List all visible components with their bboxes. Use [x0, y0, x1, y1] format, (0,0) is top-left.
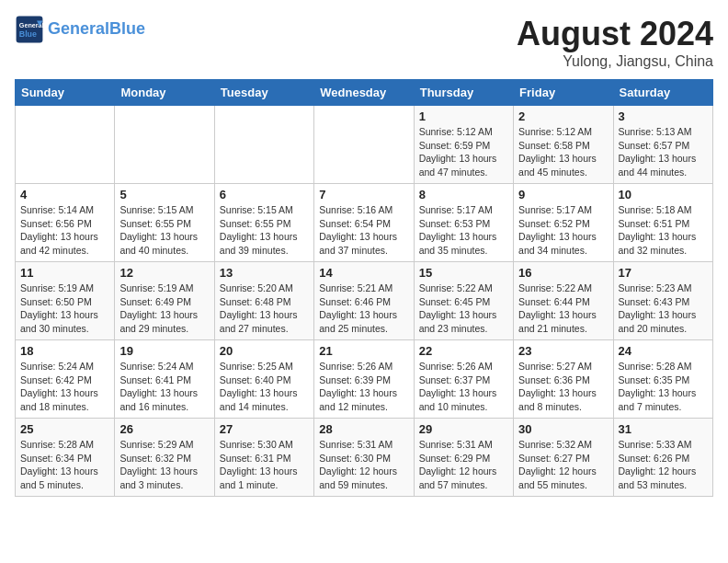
- day-number: 8: [419, 188, 508, 201]
- day-info: Sunrise: 5:33 AMSunset: 6:26 PMDaylight:…: [619, 438, 708, 492]
- calendar-day-10: 10Sunrise: 5:18 AMSunset: 6:51 PMDayligh…: [613, 184, 712, 262]
- day-info: Sunrise: 5:28 AMSunset: 6:34 PMDaylight:…: [20, 438, 109, 492]
- day-info: Sunrise: 5:26 AMSunset: 6:39 PMDaylight:…: [319, 360, 408, 414]
- calendar-day-14: 14Sunrise: 5:21 AMSunset: 6:46 PMDayligh…: [314, 262, 414, 340]
- day-info: Sunrise: 5:15 AMSunset: 6:55 PMDaylight:…: [119, 203, 209, 258]
- day-number: 19: [119, 344, 209, 358]
- day-number: 17: [619, 266, 708, 280]
- day-number: 18: [20, 344, 109, 358]
- logo-text: GeneralBlue: [48, 20, 145, 39]
- calendar-day-29: 29Sunrise: 5:31 AMSunset: 6:29 PMDayligh…: [414, 419, 513, 497]
- page-header: General Blue GeneralBlue August 2024 Yul…: [15, 15, 713, 70]
- logo-icon: General Blue: [15, 15, 44, 44]
- calendar-day-26: 26Sunrise: 5:29 AMSunset: 6:32 PMDayligh…: [115, 419, 214, 497]
- calendar-day-7: 7Sunrise: 5:16 AMSunset: 6:54 PMDaylight…: [314, 184, 414, 262]
- calendar-day-30: 30Sunrise: 5:32 AMSunset: 6:27 PMDayligh…: [514, 419, 613, 497]
- day-number: 28: [319, 422, 408, 436]
- calendar-day-9: 9Sunrise: 5:17 AMSunset: 6:52 PMDaylight…: [514, 184, 613, 262]
- calendar-day-31: 31Sunrise: 5:33 AMSunset: 6:26 PMDayligh…: [613, 419, 712, 497]
- day-info: Sunrise: 5:19 AMSunset: 6:50 PMDaylight:…: [20, 282, 109, 336]
- day-number: 26: [119, 422, 209, 436]
- day-number: 22: [419, 344, 508, 358]
- day-number: 20: [220, 344, 309, 358]
- calendar-day-6: 6Sunrise: 5:15 AMSunset: 6:55 PMDaylight…: [214, 184, 313, 262]
- calendar-day-3: 3Sunrise: 5:13 AMSunset: 6:57 PMDaylight…: [613, 106, 712, 184]
- calendar-day-16: 16Sunrise: 5:22 AMSunset: 6:44 PMDayligh…: [514, 262, 613, 340]
- calendar-day-13: 13Sunrise: 5:20 AMSunset: 6:48 PMDayligh…: [214, 262, 313, 340]
- calendar-title: August 2024: [517, 15, 713, 53]
- day-info: Sunrise: 5:16 AMSunset: 6:54 PMDaylight:…: [319, 203, 408, 258]
- day-info: Sunrise: 5:27 AMSunset: 6:36 PMDaylight:…: [518, 360, 608, 414]
- day-number: 3: [619, 109, 708, 123]
- day-number: 21: [319, 344, 408, 358]
- weekday-header-saturday: Saturday: [613, 80, 712, 106]
- day-info: Sunrise: 5:22 AMSunset: 6:45 PMDaylight:…: [419, 282, 508, 336]
- calendar-empty-cell: [214, 106, 313, 184]
- day-number: 15: [419, 266, 508, 280]
- day-info: Sunrise: 5:32 AMSunset: 6:27 PMDaylight:…: [518, 438, 608, 492]
- calendar-empty-cell: [314, 106, 414, 184]
- weekday-header-sunday: Sunday: [16, 80, 115, 106]
- day-number: 25: [20, 422, 109, 436]
- calendar-day-18: 18Sunrise: 5:24 AMSunset: 6:42 PMDayligh…: [16, 340, 115, 419]
- calendar-day-1: 1Sunrise: 5:12 AMSunset: 6:59 PMDaylight…: [414, 106, 513, 184]
- day-number: 6: [220, 188, 309, 201]
- day-info: Sunrise: 5:21 AMSunset: 6:46 PMDaylight:…: [319, 282, 408, 336]
- day-number: 13: [220, 266, 309, 280]
- day-info: Sunrise: 5:26 AMSunset: 6:37 PMDaylight:…: [419, 360, 508, 414]
- calendar-day-5: 5Sunrise: 5:15 AMSunset: 6:55 PMDaylight…: [115, 184, 214, 262]
- day-info: Sunrise: 5:12 AMSunset: 6:58 PMDaylight:…: [518, 125, 608, 179]
- day-info: Sunrise: 5:31 AMSunset: 6:29 PMDaylight:…: [419, 438, 508, 492]
- calendar-day-21: 21Sunrise: 5:26 AMSunset: 6:39 PMDayligh…: [314, 340, 414, 419]
- day-info: Sunrise: 5:15 AMSunset: 6:55 PMDaylight:…: [220, 203, 309, 258]
- weekday-header-tuesday: Tuesday: [214, 80, 313, 106]
- day-info: Sunrise: 5:23 AMSunset: 6:43 PMDaylight:…: [619, 282, 708, 336]
- day-number: 12: [119, 266, 209, 280]
- day-info: Sunrise: 5:17 AMSunset: 6:52 PMDaylight:…: [518, 203, 608, 258]
- calendar-empty-cell: [115, 106, 214, 184]
- weekday-header-friday: Friday: [514, 80, 613, 106]
- weekday-header-row: SundayMondayTuesdayWednesdayThursdayFrid…: [16, 80, 713, 106]
- weekday-header-thursday: Thursday: [414, 80, 513, 106]
- day-number: 2: [518, 109, 608, 123]
- day-number: 27: [220, 422, 309, 436]
- day-number: 7: [319, 188, 408, 201]
- day-info: Sunrise: 5:30 AMSunset: 6:31 PMDaylight:…: [220, 438, 309, 492]
- day-number: 1: [419, 109, 508, 123]
- day-info: Sunrise: 5:22 AMSunset: 6:44 PMDaylight:…: [518, 282, 608, 336]
- calendar-empty-cell: [16, 106, 115, 184]
- calendar-subtitle: Yulong, Jiangsu, China: [517, 53, 713, 70]
- day-number: 16: [518, 266, 608, 280]
- day-info: Sunrise: 5:24 AMSunset: 6:42 PMDaylight:…: [20, 360, 109, 414]
- calendar-week-row: 18Sunrise: 5:24 AMSunset: 6:42 PMDayligh…: [16, 340, 713, 419]
- day-number: 23: [518, 344, 608, 358]
- calendar-table: SundayMondayTuesdayWednesdayThursdayFrid…: [15, 79, 713, 497]
- day-info: Sunrise: 5:29 AMSunset: 6:32 PMDaylight:…: [119, 438, 209, 492]
- calendar-day-20: 20Sunrise: 5:25 AMSunset: 6:40 PMDayligh…: [214, 340, 313, 419]
- day-info: Sunrise: 5:12 AMSunset: 6:59 PMDaylight:…: [419, 125, 508, 179]
- calendar-day-17: 17Sunrise: 5:23 AMSunset: 6:43 PMDayligh…: [613, 262, 712, 340]
- svg-text:Blue: Blue: [19, 29, 37, 39]
- calendar-week-row: 25Sunrise: 5:28 AMSunset: 6:34 PMDayligh…: [16, 419, 713, 497]
- day-info: Sunrise: 5:18 AMSunset: 6:51 PMDaylight:…: [619, 203, 708, 258]
- calendar-day-28: 28Sunrise: 5:31 AMSunset: 6:30 PMDayligh…: [314, 419, 414, 497]
- calendar-week-row: 1Sunrise: 5:12 AMSunset: 6:59 PMDaylight…: [16, 106, 713, 184]
- day-number: 29: [419, 422, 508, 436]
- calendar-day-11: 11Sunrise: 5:19 AMSunset: 6:50 PMDayligh…: [16, 262, 115, 340]
- calendar-day-2: 2Sunrise: 5:12 AMSunset: 6:58 PMDaylight…: [514, 106, 613, 184]
- day-info: Sunrise: 5:19 AMSunset: 6:49 PMDaylight:…: [119, 282, 209, 336]
- day-number: 24: [619, 344, 708, 358]
- weekday-header-monday: Monday: [115, 80, 214, 106]
- title-area: August 2024 Yulong, Jiangsu, China: [517, 15, 713, 70]
- logo: General Blue GeneralBlue: [15, 15, 145, 44]
- calendar-week-row: 11Sunrise: 5:19 AMSunset: 6:50 PMDayligh…: [16, 262, 713, 340]
- day-number: 10: [619, 188, 708, 201]
- day-info: Sunrise: 5:25 AMSunset: 6:40 PMDaylight:…: [220, 360, 309, 414]
- calendar-day-12: 12Sunrise: 5:19 AMSunset: 6:49 PMDayligh…: [115, 262, 214, 340]
- day-number: 9: [518, 188, 608, 201]
- day-info: Sunrise: 5:24 AMSunset: 6:41 PMDaylight:…: [119, 360, 209, 414]
- calendar-day-22: 22Sunrise: 5:26 AMSunset: 6:37 PMDayligh…: [414, 340, 513, 419]
- day-info: Sunrise: 5:13 AMSunset: 6:57 PMDaylight:…: [619, 125, 708, 179]
- calendar-day-19: 19Sunrise: 5:24 AMSunset: 6:41 PMDayligh…: [115, 340, 214, 419]
- day-info: Sunrise: 5:14 AMSunset: 6:56 PMDaylight:…: [20, 203, 109, 258]
